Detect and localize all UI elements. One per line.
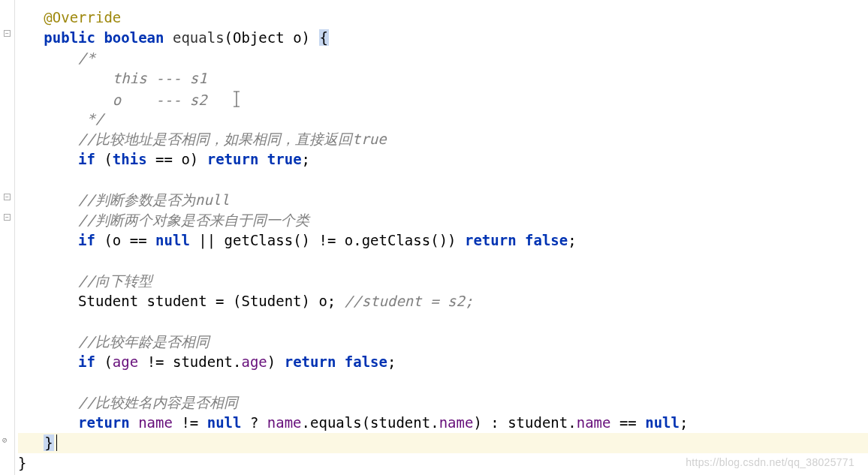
cursor-icon [56,434,57,451]
code-line [18,170,868,190]
code-line: //向下转型 [18,271,868,291]
current-line: } [18,433,868,453]
fold-icon[interactable]: − [4,194,11,200]
code-line: Student student = (Student) o; //student… [18,291,868,311]
matched-brace: } [44,434,53,451]
matched-brace: { [319,29,329,46]
code-line: if (age != student.age) return false; [18,352,868,372]
code-line: //判断参数是否为null [18,190,868,210]
fold-icon[interactable]: − [4,214,11,221]
fold-icon[interactable]: − [4,30,11,37]
code-line: public boolean equals(Object o) { [18,28,868,48]
code-line: //比较地址是否相同，如果相同，直接返回true [18,129,868,149]
code-line: o --- s2 [18,89,868,109]
code-line: //比较年龄是否相同 [18,332,868,352]
code-line: if (this == o) return true; [18,149,868,170]
code-line: //判断两个对象是否来自于同一个类 [18,210,868,230]
code-line: */ [18,109,868,129]
code-line: return name != null ? name.equals(studen… [18,413,868,433]
code-line [18,372,868,392]
gutter-indicator-icon: ⊘ [2,434,8,446]
code-editor[interactable]: − − − ⊘ @Override public boolean equals(… [0,0,868,475]
code-line: @Override [18,8,868,28]
editor-gutter: − − − ⊘ [0,0,15,475]
code-content[interactable]: @Override public boolean equals(Object o… [15,0,868,475]
code-line [18,251,868,271]
code-line [18,311,868,332]
text-cursor-icon [233,91,240,113]
watermark-text: https://blog.csdn.net/qq_38025771 [686,455,854,470]
code-line: if (o == null || getClass() != o.getClas… [18,230,868,251]
code-line: //比较姓名内容是否相同 [18,392,868,413]
code-line: /* [18,48,868,68]
code-line: this --- s1 [18,68,868,89]
